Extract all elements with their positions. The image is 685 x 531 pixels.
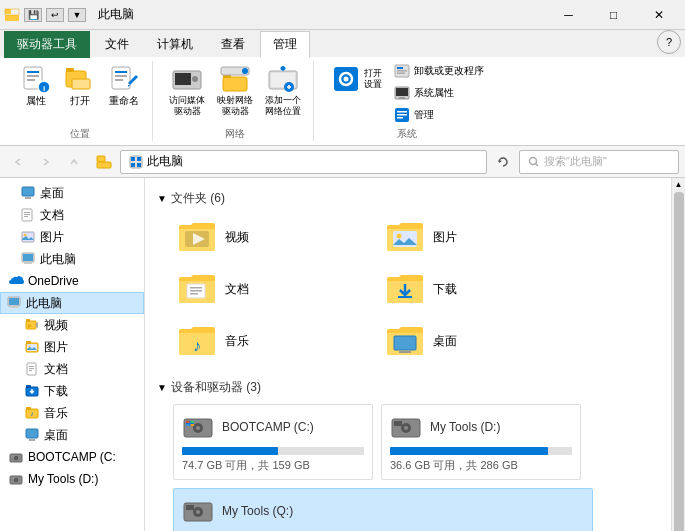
svg-rect-17 — [175, 73, 191, 85]
sidebar-item-pictures[interactable]: 图片 — [0, 226, 144, 248]
sidebar-item-bootcamp[interactable]: BOOTCAMP (C: — [0, 446, 144, 468]
sidebar-item-music[interactable]: ♪ 音乐 — [0, 402, 144, 424]
svg-rect-112 — [186, 505, 194, 510]
ribbon-btn-manage[interactable]: 管理 — [390, 105, 488, 125]
ribbon-btn-open[interactable]: 打开 — [60, 61, 100, 109]
search-box[interactable]: 搜索"此电脑" — [519, 150, 679, 174]
address-path[interactable]: 此电脑 — [120, 150, 487, 174]
folder-item-music[interactable]: ♪ 音乐 — [173, 319, 373, 363]
drive-item-bootcamp[interactable]: BOOTCAMP (C:) 74.7 GB 可用，共 159 GB — [173, 404, 373, 480]
close-button[interactable]: ✕ — [636, 0, 681, 30]
ribbon-group-location-label: 位置 — [16, 127, 144, 141]
sidebar-item-desktop-sub[interactable]: 桌面 — [0, 424, 144, 446]
ribbon-btn-add-network[interactable]: 添加一个 网络位置 — [261, 61, 305, 119]
svg-point-22 — [242, 68, 248, 74]
svg-rect-37 — [397, 111, 407, 113]
ribbon-btn-uninstall[interactable]: 卸载或更改程序 — [390, 61, 488, 81]
sidebar-item-documents-sub[interactable]: 文档 — [0, 358, 144, 380]
quick-undo-btn[interactable]: ↩ — [46, 8, 64, 22]
svg-rect-11 — [72, 79, 90, 89]
tab-manage[interactable]: 管理 — [260, 31, 310, 58]
scrollbar[interactable]: ▲ ▼ — [671, 178, 685, 531]
scroll-up[interactable]: ▲ — [673, 178, 685, 190]
quick-dropdown-btn[interactable]: ▼ — [68, 8, 86, 22]
nav-back-button[interactable] — [6, 150, 30, 174]
refresh-button[interactable] — [491, 150, 515, 174]
window-controls: ─ □ ✕ — [546, 0, 681, 30]
documents-icon — [20, 207, 36, 223]
content-area: ▼ 文件夹 (6) 视频 — [145, 178, 671, 531]
ribbon-btn-rename[interactable]: 重命名 — [104, 61, 144, 109]
nav-up-button[interactable] — [62, 150, 86, 174]
ribbon: i 属性 打开 — [0, 57, 685, 146]
help-button[interactable]: ? — [657, 30, 681, 54]
title-bar-left: 💾 ↩ ▼ 此电脑 — [4, 6, 546, 23]
minimize-button[interactable]: ─ — [546, 0, 591, 30]
svg-text:♪: ♪ — [30, 410, 34, 417]
svg-rect-73 — [26, 385, 31, 388]
svg-point-28 — [344, 77, 349, 82]
svg-rect-52 — [24, 214, 30, 215]
svg-point-107 — [404, 426, 408, 430]
ribbon-btn-system-props[interactable]: 系统属性 — [390, 83, 488, 103]
sidebar-item-pictures-sub[interactable]: 图片 — [0, 336, 144, 358]
sidebar: 桌面 文档 图片 此电脑 OneDrive — [0, 178, 145, 531]
ribbon-btn-open-label: 打开 — [70, 95, 90, 107]
nav-recent-button[interactable] — [92, 150, 116, 174]
pc-icon-small — [20, 251, 36, 267]
tab-computer[interactable]: 计算机 — [144, 31, 206, 58]
sidebar-label-desktop-sub: 桌面 — [44, 427, 68, 444]
svg-rect-48 — [22, 187, 34, 196]
folder-item-documents[interactable]: 文档 — [173, 267, 373, 311]
folder-item-downloads[interactable]: 下载 — [381, 267, 581, 311]
maximize-button[interactable]: □ — [591, 0, 636, 30]
sidebar-item-thispc-collapsed[interactable]: 此电脑 — [0, 248, 144, 270]
tab-driver-tools[interactable]: 驱动器工具 — [4, 31, 90, 58]
ribbon-btn-properties[interactable]: i 属性 — [16, 61, 56, 109]
folder-item-desktop[interactable]: 桌面 — [381, 319, 581, 363]
folder-label-music: 音乐 — [225, 333, 249, 350]
svg-rect-49 — [25, 197, 31, 199]
ribbon-group-location: i 属性 打开 — [8, 61, 153, 141]
ribbon-btn-access-media[interactable]: 访问媒体 驱动器 — [165, 61, 209, 119]
svg-rect-78 — [29, 439, 35, 441]
drives-grid: BOOTCAMP (C:) 74.7 GB 可用，共 159 GB — [157, 404, 659, 531]
svg-rect-51 — [24, 212, 30, 213]
sidebar-label-music: 音乐 — [44, 405, 68, 422]
folders-grid: 视频 图片 — [157, 215, 659, 363]
tab-view[interactable]: 查看 — [208, 31, 258, 58]
ribbon-system-small-btns: 卸载或更改程序 系统属性 — [390, 61, 488, 125]
sidebar-item-downloads[interactable]: 下载 — [0, 380, 144, 402]
sidebar-item-thispc-active[interactable]: 此电脑 — [0, 292, 144, 314]
nav-forward-button[interactable] — [34, 150, 58, 174]
manage-label: 管理 — [414, 108, 434, 122]
scroll-thumb[interactable] — [674, 192, 684, 531]
properties-icon: i — [20, 63, 52, 95]
drive-item-mytools-q[interactable]: My Tools (Q:) 36.6 GB 可用，共 286 GB — [173, 488, 593, 531]
ribbon-btn-open-settings[interactable]: 打开 设置 — [326, 61, 386, 97]
svg-rect-13 — [115, 71, 127, 73]
svg-rect-40 — [97, 156, 105, 162]
drives-collapse-arrow[interactable]: ▼ — [157, 382, 167, 393]
sidebar-item-videos-sub[interactable]: 视频 — [0, 314, 144, 336]
mytools-d-bar-container — [390, 447, 572, 455]
bootcamp-drive-label: BOOTCAMP (C:) — [222, 420, 314, 434]
folder-item-videos[interactable]: 视频 — [173, 215, 373, 259]
sidebar-item-onedrive[interactable]: OneDrive — [0, 270, 144, 292]
svg-rect-53 — [24, 216, 28, 217]
ribbon-btn-map-network[interactable]: 映射网络 驱动器 — [213, 61, 257, 119]
folder-item-pictures[interactable]: 图片 — [381, 215, 581, 259]
ribbon-btn-map-network-label: 映射网络 驱动器 — [217, 95, 253, 117]
video-icon — [24, 317, 40, 333]
svg-rect-71 — [29, 370, 32, 371]
sidebar-item-documents[interactable]: 文档 — [0, 204, 144, 226]
folders-collapse-arrow[interactable]: ▼ — [157, 193, 167, 204]
drive-item-mytools-d[interactable]: My Tools (D:) 36.6 GB 可用，共 286 GB — [381, 404, 581, 480]
svg-point-81 — [15, 457, 17, 459]
quick-save-btn[interactable]: 💾 — [24, 8, 42, 22]
svg-rect-101 — [186, 421, 190, 423]
sidebar-item-mytools[interactable]: My Tools (D:) — [0, 468, 144, 490]
sidebar-item-desktop[interactable]: 桌面 — [0, 182, 144, 204]
tab-file[interactable]: 文件 — [92, 31, 142, 58]
mytools-d-drive-info: 36.6 GB 可用，共 286 GB — [390, 458, 572, 473]
